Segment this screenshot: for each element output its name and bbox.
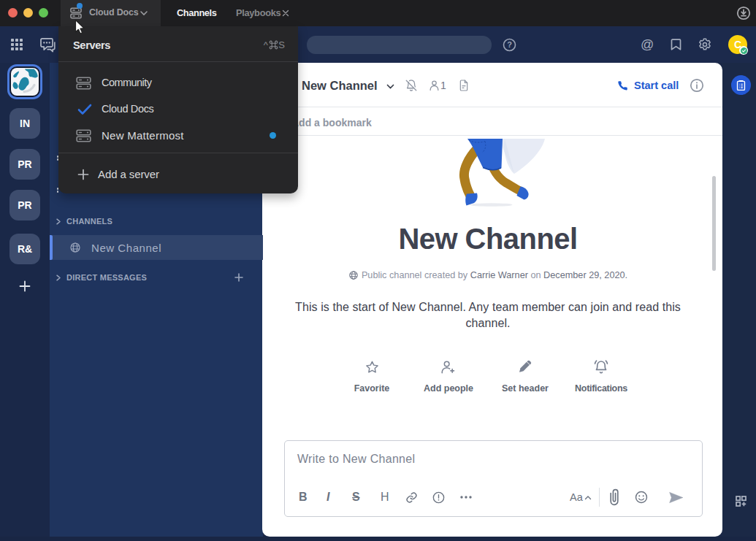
svg-text:?: ?	[507, 40, 512, 49]
